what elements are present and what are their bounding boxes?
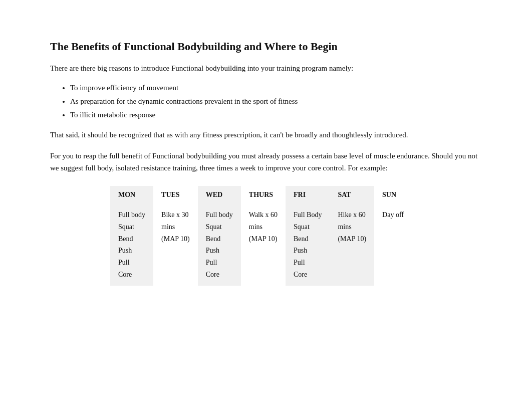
paragraph-1: That said, it should be recognized that … xyxy=(50,129,482,141)
cell-fri-content: Full BodySquatBendPushPullCore xyxy=(294,209,322,281)
cell-sat: Hike x 60mins(MAP 10) xyxy=(330,204,374,286)
cell-sun: Day off xyxy=(374,204,414,286)
bullet-list: To improve efficiency of movement As pre… xyxy=(70,81,482,122)
cell-sat-content: Hike x 60mins(MAP 10) xyxy=(338,209,366,245)
header-sun: SUN xyxy=(374,186,414,204)
table-data-row: Full bodySquatBendPushPullCore Bike x 30… xyxy=(110,204,414,286)
table-header-row: MON TUES WED THURS FRI SAT SUN xyxy=(110,186,414,204)
cell-thurs-content: Walk x 60mins(MAP 10) xyxy=(249,209,278,245)
schedule-table-wrapper: MON TUES WED THURS FRI SAT SUN Full body… xyxy=(110,186,482,286)
bullet-item-3: To illicit metabolic response xyxy=(70,108,482,122)
header-fri: FRI xyxy=(286,186,330,204)
cell-tues-content: Bike x 30mins(MAP 10) xyxy=(161,209,190,245)
header-tues: TUES xyxy=(153,186,198,204)
cell-thurs: Walk x 60mins(MAP 10) xyxy=(241,204,286,286)
cell-mon-content: Full bodySquatBendPushPullCore xyxy=(118,209,145,281)
cell-sun-content: Day off xyxy=(382,209,406,221)
bullet-item-2: As preparation for the dynamic contracti… xyxy=(70,95,482,108)
schedule-table: MON TUES WED THURS FRI SAT SUN Full body… xyxy=(110,186,414,286)
header-mon: MON xyxy=(110,186,153,204)
header-thurs: THURS xyxy=(241,186,286,204)
bullet-item-1: To improve efficiency of movement xyxy=(70,81,482,95)
cell-mon: Full bodySquatBendPushPullCore xyxy=(110,204,153,286)
cell-wed-content: Full bodySquatBendPushPullCore xyxy=(206,209,233,281)
cell-tues: Bike x 30mins(MAP 10) xyxy=(153,204,198,286)
paragraph-2: For you to reap the full benefit of Func… xyxy=(50,150,482,174)
page-title: The Benefits of Functional Bodybuilding … xyxy=(50,40,482,53)
cell-fri: Full BodySquatBendPushPullCore xyxy=(286,204,330,286)
cell-wed: Full bodySquatBendPushPullCore xyxy=(198,204,241,286)
header-sat: SAT xyxy=(330,186,374,204)
header-wed: WED xyxy=(198,186,241,204)
intro-text: There are there big reasons to introduce… xyxy=(50,62,482,74)
